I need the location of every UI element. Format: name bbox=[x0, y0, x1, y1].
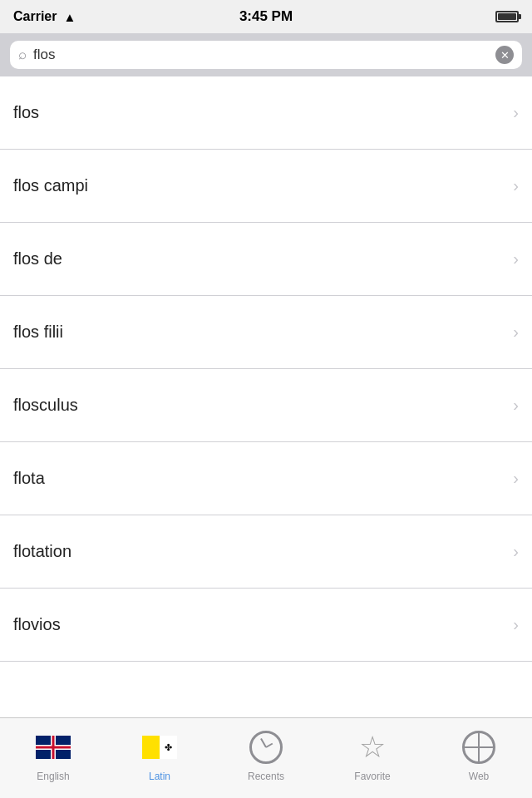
search-bar: ⌕ ✕ bbox=[0, 33, 532, 76]
carrier-label: Carrier bbox=[13, 9, 57, 24]
tab-latin-label: Latin bbox=[149, 771, 170, 782]
list-item-label: flos filii bbox=[13, 323, 63, 342]
status-bar-time: 3:45 PM bbox=[239, 8, 293, 25]
search-input-wrap: ⌕ ✕ bbox=[10, 41, 522, 69]
list-item[interactable]: flos campi › bbox=[0, 150, 532, 223]
wifi-icon: ▲ bbox=[63, 10, 76, 24]
list-item[interactable]: flosculus › bbox=[0, 369, 532, 442]
chevron-right-icon: › bbox=[513, 396, 519, 415]
tab-bar: English ✤ Latin Recents ☆ Favorite Web bbox=[0, 717, 532, 798]
status-bar-left: Carrier ▲ bbox=[13, 9, 76, 24]
list-item[interactable]: flos de › bbox=[0, 223, 532, 296]
chevron-right-icon: › bbox=[513, 176, 519, 195]
tab-recents-label: Recents bbox=[248, 771, 284, 782]
clear-button[interactable]: ✕ bbox=[495, 46, 514, 64]
list-item[interactable]: flos › bbox=[0, 76, 532, 150]
chevron-right-icon: › bbox=[513, 469, 519, 488]
list-item-label: flosculus bbox=[13, 396, 78, 415]
search-icon: ⌕ bbox=[18, 47, 27, 63]
tab-english[interactable]: English bbox=[0, 727, 106, 782]
chevron-right-icon: › bbox=[513, 249, 519, 268]
tab-english-label: English bbox=[37, 771, 69, 782]
tab-recents[interactable]: Recents bbox=[213, 727, 319, 782]
search-input[interactable] bbox=[33, 47, 489, 63]
tab-web-label: Web bbox=[469, 771, 489, 782]
list-item-label: flovios bbox=[13, 615, 61, 634]
list-item[interactable]: flotation › bbox=[0, 515, 532, 589]
list-item-label: flos campi bbox=[13, 176, 88, 195]
list-item[interactable]: flovios › bbox=[0, 589, 532, 662]
list-item[interactable]: flos filii › bbox=[0, 296, 532, 369]
tab-favorite-label: Favorite bbox=[354, 771, 390, 782]
status-bar-right bbox=[495, 11, 519, 22]
english-flag-icon bbox=[33, 727, 73, 767]
results-list: flos › flos campi › flos de › flos filii… bbox=[0, 76, 532, 717]
recents-clock-icon bbox=[246, 727, 286, 767]
chevron-right-icon: › bbox=[513, 323, 519, 342]
tab-latin[interactable]: ✤ Latin bbox=[106, 727, 213, 782]
battery-icon bbox=[495, 11, 519, 22]
favorite-star-icon: ☆ bbox=[352, 727, 392, 767]
list-item-label: flotation bbox=[13, 542, 71, 561]
list-item-label: flos bbox=[13, 103, 39, 122]
tab-web[interactable]: Web bbox=[426, 727, 532, 782]
chevron-right-icon: › bbox=[513, 615, 519, 634]
chevron-right-icon: › bbox=[513, 103, 519, 122]
status-bar: Carrier ▲ 3:45 PM bbox=[0, 0, 532, 33]
tab-favorite[interactable]: ☆ Favorite bbox=[319, 727, 426, 782]
list-item[interactable]: flota › bbox=[0, 442, 532, 515]
web-globe-icon bbox=[459, 727, 499, 767]
latin-flag-icon: ✤ bbox=[140, 727, 180, 767]
chevron-right-icon: › bbox=[513, 542, 519, 561]
list-item-label: flota bbox=[13, 469, 45, 488]
list-item-label: flos de bbox=[13, 249, 62, 268]
